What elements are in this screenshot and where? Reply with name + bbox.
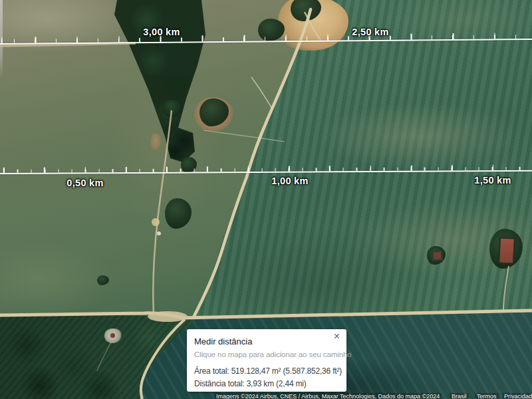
distance-total-value: Distância total: 3,93 km (2,44 mi)	[194, 379, 307, 388]
attribution-link-privacidade[interactable]: Privacidade	[502, 393, 532, 399]
attribution-link-brasil[interactable]: Brasil	[450, 393, 469, 399]
distance-marker-label-2-5km: 2,50 km	[352, 27, 388, 37]
clearing-marker	[110, 333, 115, 338]
small-building	[432, 250, 442, 261]
panel-title: Medir distância	[194, 336, 252, 346]
map-canvas[interactable]: 3,00 km 2,50 km 0,50 km 1,00 km 1,50 km …	[0, 0, 532, 399]
distance-marker-label-1km: 1,00 km	[271, 176, 308, 186]
distance-marker-label-0-5km: 0,50 km	[66, 178, 103, 188]
map-attribution: Imagens ©2024 Airbus, CNES / Airbus, Max…	[0, 393, 532, 399]
attribution-link-termos[interactable]: Termos	[475, 393, 499, 399]
distance-marker-label-1-5km: 1,50 km	[474, 175, 511, 186]
close-icon[interactable]: ×	[332, 331, 342, 342]
area-total-value: Área total: 519.128,47 m² (5.587.852,36 …	[194, 366, 342, 376]
attribution-imagery: Imagens ©2024 Airbus, CNES / Airbus, Max…	[214, 393, 442, 399]
distance-marker-label-3km: 3,00 km	[143, 27, 180, 37]
measure-distance-panel: × Medir distância Clique no mapa para ad…	[187, 329, 346, 392]
panel-subtitle: Clique no mapa para adicionar ao seu cam…	[194, 350, 352, 358]
red-roof-building	[498, 237, 515, 264]
